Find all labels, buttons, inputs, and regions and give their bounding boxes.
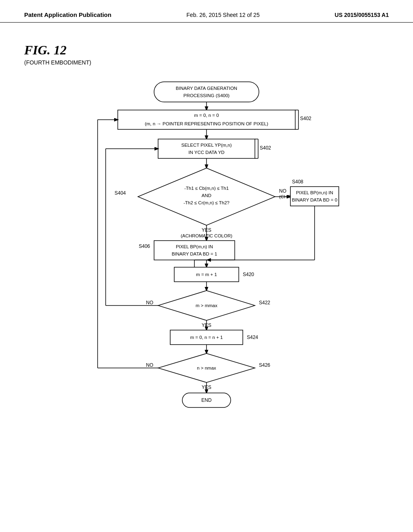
label-s404: S404: [115, 190, 126, 196]
header-patent-number: US 2015/0055153 A1: [335, 12, 389, 18]
node-s406-line1: PIXEL BP(m,n) IN: [176, 244, 213, 249]
node-s408-line2: BINARY DATA BD = 0: [292, 197, 338, 202]
header: Patent Application Publication Feb. 26, …: [0, 0, 413, 23]
figure-name: FIG. 12: [24, 43, 389, 58]
header-date-sheet: Feb. 26, 2015 Sheet 12 of 25: [186, 12, 259, 18]
svg-rect-16: [290, 187, 339, 206]
node-s404-line1: -Th1 ≤ Cb(m,n) ≤ Th1: [184, 186, 229, 191]
node-s406-line2: BINARY DATA BD = 1: [172, 251, 217, 256]
node-s408-line1: PIXEL BP(m,n) IN: [296, 190, 333, 195]
figure-subtitle: (FOURTH EMBODIMENT): [24, 59, 389, 66]
figure-title-block: FIG. 12 (FOURTH EMBODIMENT): [0, 23, 413, 66]
node-s402select-line2: IN YCC DATA YD: [188, 150, 224, 155]
node-s422: m > mmax: [196, 303, 217, 308]
node-start-line2: PROCESSING (S400): [184, 93, 230, 98]
node-s402init-line2: (m, n → POINTER REPRESENTING POSITION OF…: [145, 121, 268, 126]
node-start-line1: BINARY DATA GENERATION: [176, 86, 237, 91]
svg-rect-7: [158, 139, 255, 158]
node-s404-line2: AND: [202, 193, 211, 198]
node-s426: n > nmax: [197, 366, 216, 370]
label-s402select: S402: [260, 145, 271, 151]
label-s406: S406: [139, 243, 150, 249]
no-label-s404: NO: [279, 188, 286, 194]
label-s420: S420: [243, 272, 254, 277]
svg-rect-0: [154, 82, 259, 102]
flowchart: BINARY DATA GENERATION PROCESSING (S400)…: [65, 78, 348, 470]
header-publication-label: Patent Application Publication: [24, 11, 111, 18]
node-end: END: [201, 397, 212, 403]
node-s404-line3: -Th2 ≤ Cr(m,n) ≤ Th2?: [184, 200, 229, 205]
no-label-s422: NO: [146, 300, 153, 305]
label-s426: S426: [259, 362, 270, 368]
node-s402select-line1: SELECT PIXEL YP(m,n): [181, 143, 232, 148]
node-s424: m = 0, n = n + 1: [190, 335, 223, 340]
label-s422: S422: [259, 300, 270, 305]
label-s402init: S402: [300, 116, 311, 121]
svg-rect-15: [154, 241, 235, 260]
page: Patent Application Publication Feb. 26, …: [0, 0, 413, 532]
node-s420: m = m + 1: [196, 272, 217, 277]
label-s424: S424: [247, 335, 258, 340]
node-s402init-line1: m = 0, n = 0: [194, 113, 219, 118]
label-s408: S408: [292, 179, 303, 185]
no-label-s426: NO: [146, 362, 153, 368]
